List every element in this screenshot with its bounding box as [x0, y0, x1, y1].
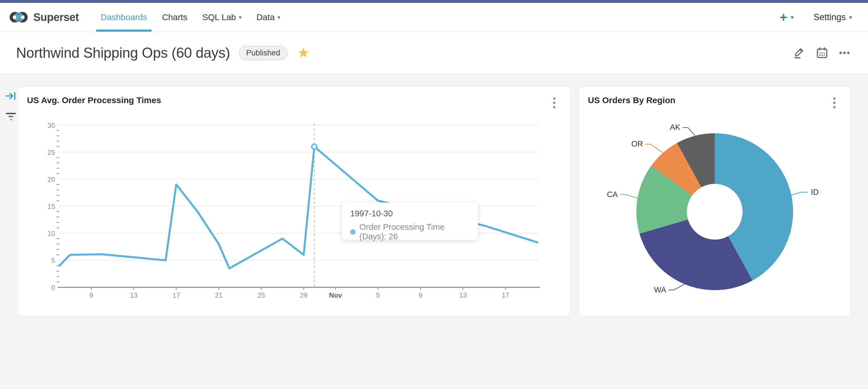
nav-item-data[interactable]: Data▾ [249, 3, 288, 32]
tooltip-date: 1997-10-30 [350, 209, 470, 218]
nav-item-label: SQL Lab [203, 12, 236, 22]
nav-item-label: Dashboards [101, 12, 147, 22]
y-axis-label: 0 [51, 284, 55, 291]
infinity-logo-icon [9, 11, 29, 24]
new-item-menu[interactable]: + ▾ [780, 11, 794, 24]
calendar-icon [815, 46, 829, 59]
more-actions-button[interactable] [837, 46, 852, 60]
superset-logo[interactable]: Superset [9, 11, 79, 24]
chevron-down-icon: ▾ [849, 14, 852, 21]
highlighted-point[interactable] [312, 144, 317, 149]
dashboard-header: Northwind Shipping Ops (60 days) Publish… [0, 32, 868, 74]
pencil-icon [793, 46, 806, 59]
pie-label-OR: OR [631, 140, 643, 148]
x-axis-label: 5 [376, 291, 380, 299]
nav-item-sql-lab[interactable]: SQL Lab▾ [195, 3, 249, 32]
nav-items: DashboardsChartsSQL Lab▾Data▾ [93, 3, 288, 32]
tooltip-value: Order Processing Time (Days): 26 [360, 222, 470, 241]
y-axis-label: 5 [51, 256, 55, 264]
x-axis-label: 9 [89, 291, 93, 299]
expand-filter-bar-button[interactable] [5, 90, 17, 102]
x-axis-label: 21 [215, 291, 223, 299]
series-color-dot [350, 229, 355, 235]
plus-icon: + [780, 11, 787, 24]
pie-slice-WA[interactable] [640, 220, 753, 290]
ellipsis-icon [838, 46, 851, 59]
pie-label-ID: ID [811, 188, 818, 196]
nav-item-label: Charts [162, 12, 187, 22]
x-axis-label: 17 [502, 291, 509, 299]
y-axis-label: 10 [48, 229, 55, 237]
chart-card-order-processing: 05101520253091317212529Nov591317 US Avg.… [19, 87, 570, 316]
x-axis-label: 13 [130, 291, 138, 299]
x-axis-label: Nov [329, 291, 342, 299]
label-leader-line [645, 144, 663, 153]
edit-dashboard-button[interactable] [792, 46, 807, 60]
x-axis-label: 29 [300, 291, 308, 299]
x-axis-label: 25 [257, 291, 265, 299]
filter-lines-icon [5, 111, 17, 122]
navbar: Superset DashboardsChartsSQL Lab▾Data▾ +… [0, 3, 868, 32]
chevron-down-icon: ▾ [278, 14, 280, 21]
filter-rail [3, 90, 19, 123]
y-axis-label: 20 [48, 175, 55, 183]
chart-card-orders-by-region: IDWACAORAK US Orders By Region [579, 87, 850, 316]
published-badge: Published [239, 46, 288, 60]
label-leader-line [669, 284, 685, 290]
chart-options-button[interactable] [549, 96, 560, 109]
pie-label-CA: CA [607, 190, 618, 199]
chart-title: US Orders By Region [588, 95, 675, 105]
favorite-star-icon[interactable]: ★ [298, 46, 310, 60]
label-leader-line [620, 194, 638, 198]
donut-chart: IDWACAORAK [579, 87, 850, 316]
chevron-down-icon: ▾ [791, 14, 794, 21]
x-axis-label: 17 [173, 291, 180, 299]
settings-label: Settings [813, 12, 846, 22]
x-axis-label: 13 [459, 291, 467, 299]
label-leader-line [790, 192, 808, 195]
kebab-icon [552, 96, 556, 109]
kebab-icon [832, 96, 836, 109]
y-axis-label: 30 [48, 121, 55, 129]
pie-label-AK: AK [670, 123, 680, 132]
nav-item-dashboards[interactable]: Dashboards [93, 3, 155, 32]
nav-item-charts[interactable]: Charts [154, 3, 195, 32]
x-axis-label: 9 [418, 291, 422, 299]
page-title: Northwind Shipping Ops (60 days) [16, 45, 230, 61]
brand-name: Superset [33, 11, 79, 24]
window-top-strip [0, 0, 868, 3]
line-chart: 05101520253091317212529Nov591317 [19, 87, 570, 316]
chart-options-button[interactable] [829, 96, 840, 109]
y-axis-label: 15 [48, 202, 55, 210]
y-axis-label: 25 [48, 148, 55, 156]
nav-item-label: Data [257, 12, 275, 22]
label-leader-line [683, 128, 695, 136]
chevron-down-icon: ▾ [239, 14, 242, 21]
arrow-to-bar-icon [5, 90, 17, 102]
settings-menu[interactable]: Settings ▾ [813, 12, 852, 22]
pie-label-WA: WA [654, 285, 666, 294]
chart-tooltip: 1997-10-30 Order Processing Time (Days):… [342, 202, 478, 240]
filter-icon[interactable] [5, 110, 17, 123]
schedule-button[interactable] [815, 46, 830, 60]
chart-title: US Avg. Order Processing Times [27, 95, 161, 105]
